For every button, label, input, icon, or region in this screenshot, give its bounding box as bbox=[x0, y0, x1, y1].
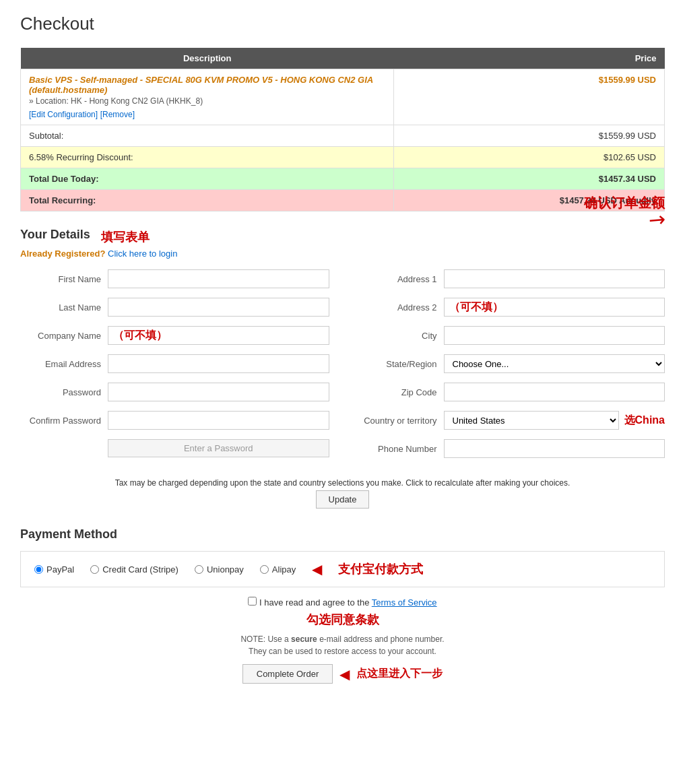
alipay-radio[interactable] bbox=[260, 565, 269, 574]
unionpay-label: Unionpay bbox=[207, 564, 244, 575]
address2-label: Address 2 bbox=[356, 302, 444, 313]
phone-label: Phone Number bbox=[356, 444, 444, 454]
arrow-left-icon: ◀ bbox=[312, 561, 322, 577]
details-form-grid: First Name Last Name Company Name （可不填） … bbox=[20, 269, 665, 467]
order-table: Description Price Basic VPS - Self-manag… bbox=[20, 48, 665, 211]
first-name-label: First Name bbox=[20, 274, 108, 284]
annotation-fill-form: 填写表单 bbox=[101, 229, 150, 245]
annotation-select-china: 选China bbox=[624, 414, 665, 428]
annotation-agree-terms: 勾选同意条款 bbox=[306, 613, 379, 626]
complete-order-button[interactable]: Complete Order bbox=[242, 664, 333, 684]
address1-row: Address 1 bbox=[356, 269, 665, 288]
login-link[interactable]: Click here to login bbox=[108, 249, 177, 259]
product-price: $1559.99 USD bbox=[599, 75, 656, 85]
state-label: State/Region bbox=[356, 359, 444, 369]
discount-label: 6.58% Recurring Discount: bbox=[21, 147, 394, 168]
payment-methods-container: PayPal Credit Card (Stripe) Unionpay Ali… bbox=[20, 551, 665, 587]
zip-label: Zip Code bbox=[356, 387, 444, 397]
last-name-input[interactable] bbox=[108, 298, 329, 317]
product-hostname: (default.hostname) bbox=[29, 85, 107, 95]
product-row: Basic VPS - Self-managed - SPECIAL 80G K… bbox=[21, 69, 665, 125]
total-recurring-row: Total Recurring: $1457.34 USD Annually bbox=[21, 190, 665, 211]
terms-checkbox[interactable] bbox=[248, 597, 257, 606]
total-recurring-label: Total Recurring: bbox=[21, 190, 394, 211]
address1-input[interactable] bbox=[444, 269, 665, 288]
password-strength-button[interactable]: Enter a Password bbox=[108, 439, 329, 457]
unionpay-option: Unionpay bbox=[195, 564, 244, 575]
unionpay-radio[interactable] bbox=[195, 565, 203, 574]
price-header: Price bbox=[394, 48, 665, 69]
credit-card-option: Credit Card (Stripe) bbox=[90, 564, 178, 575]
annotation-confirm-order: 确认订单金额 bbox=[584, 194, 665, 212]
phone-row: Phone Number bbox=[356, 439, 665, 458]
subtotal-value: $1559.99 USD bbox=[394, 125, 665, 147]
credit-card-radio[interactable] bbox=[90, 565, 99, 574]
discount-row: 6.58% Recurring Discount: $102.65 USD bbox=[21, 147, 665, 168]
password-row: Password bbox=[20, 383, 329, 401]
update-button[interactable]: Update bbox=[316, 490, 370, 509]
annotation-alipay: 支付宝付款方式 bbox=[338, 561, 423, 577]
email-input[interactable] bbox=[108, 354, 329, 373]
edit-config-link[interactable]: [Edit Configuration] bbox=[29, 110, 98, 119]
payment-title: Payment Method bbox=[20, 527, 665, 542]
page-title: Checkout bbox=[20, 13, 665, 34]
desc-header: Description bbox=[21, 48, 394, 69]
password-strength-row: Enter a Password bbox=[20, 439, 329, 457]
phone-input[interactable] bbox=[444, 439, 665, 458]
company-name-input[interactable] bbox=[108, 326, 329, 345]
annotation-next-step: 点这里进入下一步 bbox=[356, 667, 443, 681]
first-name-row: First Name bbox=[20, 269, 329, 288]
subtotal-label: Subtotal: bbox=[21, 125, 394, 147]
alipay-label: Alipay bbox=[272, 564, 296, 575]
complete-order-row: Complete Order ◀ 点这里进入下一步 bbox=[20, 664, 665, 684]
total-today-row: Total Due Today: $1457.34 USD bbox=[21, 168, 665, 190]
paypal-label: PayPal bbox=[46, 564, 74, 575]
country-row: Country or territory United States China… bbox=[356, 411, 665, 430]
terms-checkbox-label: I have read and agree to the bbox=[259, 597, 369, 608]
arrow-left-complete-icon: ◀ bbox=[339, 666, 350, 682]
details-title: Your Details bbox=[20, 228, 90, 242]
note-secure: NOTE: Use a secure e-mail address and ph… bbox=[20, 633, 665, 657]
product-location: » Location: HK - Hong Kong CN2 GIA (HKHK… bbox=[29, 96, 385, 106]
city-row: City bbox=[356, 326, 665, 345]
company-name-row: Company Name （可不填） bbox=[20, 326, 329, 345]
address1-label: Address 1 bbox=[356, 274, 444, 284]
paypal-radio[interactable] bbox=[34, 565, 43, 574]
confirm-password-input[interactable] bbox=[108, 411, 329, 430]
last-name-row: Last Name bbox=[20, 298, 329, 317]
left-column: First Name Last Name Company Name （可不填） … bbox=[20, 269, 329, 467]
company-name-label: Company Name bbox=[20, 331, 108, 341]
email-label: Email Address bbox=[20, 359, 108, 369]
password-input[interactable] bbox=[108, 383, 329, 401]
state-select[interactable]: Choose One... bbox=[444, 354, 665, 373]
state-row: State/Region Choose One... bbox=[356, 354, 665, 373]
total-today-label: Total Due Today: bbox=[21, 168, 394, 190]
address2-row: Address 2 （可不填） bbox=[356, 298, 665, 317]
first-name-input[interactable] bbox=[108, 269, 329, 288]
city-label: City bbox=[356, 331, 444, 341]
paypal-option: PayPal bbox=[34, 564, 74, 575]
already-registered-bar: Already Registered? Click here to login bbox=[20, 249, 665, 259]
already-registered-label: Already Registered? bbox=[20, 249, 105, 259]
confirm-password-row: Confirm Password bbox=[20, 411, 329, 430]
password-label: Password bbox=[20, 387, 108, 397]
city-input[interactable] bbox=[444, 326, 665, 345]
terms-link[interactable]: Terms of Service bbox=[372, 597, 437, 608]
credit-card-label: Credit Card (Stripe) bbox=[102, 564, 178, 575]
confirm-password-label: Confirm Password bbox=[20, 416, 108, 426]
your-details-section: Your Details 填写表单 确认订单金额 ↙ Already Regis… bbox=[20, 228, 665, 509]
total-today-value: $1457.34 USD bbox=[394, 168, 665, 190]
product-name: Basic VPS - Self-managed - SPECIAL 80G K… bbox=[29, 75, 373, 85]
tax-notice: Tax may be charged depending upon the st… bbox=[20, 478, 665, 488]
alipay-option: Alipay bbox=[260, 564, 296, 575]
note-line1: NOTE: Use a secure e-mail address and ph… bbox=[20, 633, 665, 645]
page-wrapper: Checkout Description Price Basic VPS - S… bbox=[0, 0, 685, 717]
terms-row: I have read and agree to the Terms of Se… bbox=[20, 597, 665, 608]
address2-input[interactable] bbox=[444, 298, 665, 317]
country-select[interactable]: United States China bbox=[444, 411, 619, 430]
payment-section: Payment Method PayPal Credit Card (Strip… bbox=[20, 527, 665, 587]
zip-row: Zip Code bbox=[356, 383, 665, 401]
country-label: Country or territory bbox=[356, 416, 444, 426]
remove-link[interactable]: [Remove] bbox=[100, 110, 135, 119]
zip-input[interactable] bbox=[444, 383, 665, 401]
